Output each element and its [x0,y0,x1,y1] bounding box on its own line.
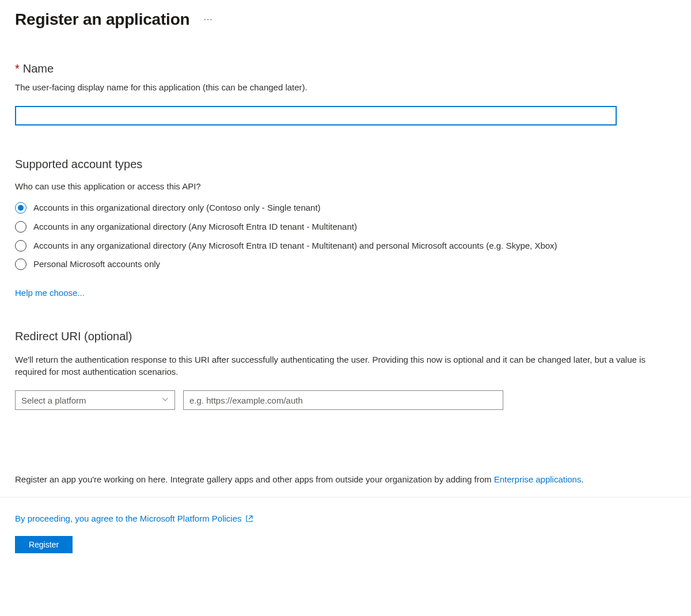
radio-dot [18,205,24,211]
enterprise-applications-link[interactable]: Enterprise applications [494,474,582,484]
divider [0,497,691,497]
platform-select-value: Select a platform [21,396,86,405]
consent-row: By proceeding, you agree to the Microsof… [15,514,676,523]
register-application-page: Register an application ··· *Name The us… [0,0,691,571]
account-types-radio-group: Accounts in this organizational director… [15,201,676,271]
platform-select[interactable]: Select a platform [15,390,175,410]
radio-icon [15,258,26,270]
more-icon[interactable]: ··· [203,14,212,25]
redirect-uri-input[interactable] [183,390,503,410]
redirect-input-row: Select a platform [15,390,676,410]
register-button[interactable]: Register [15,536,73,553]
footer-note: Register an app you're working on here. … [15,473,676,485]
redirect-heading: Redirect URI (optional) [15,330,676,343]
required-asterisk: * [15,62,20,75]
redirect-uri-section: Redirect URI (optional) We'll return the… [15,330,676,410]
page-title: Register an application [15,10,189,29]
platform-policies-link[interactable]: By proceeding, you agree to the Microsof… [15,514,242,523]
footer-note-prefix: Register an app you're working on here. … [15,474,494,484]
radio-option-multitenant[interactable]: Accounts in any organizational directory… [15,220,676,233]
name-input[interactable] [15,106,617,126]
footer-note-suffix: . [581,474,583,484]
name-label-text: Name [23,62,54,75]
account-types-section: Supported account types Who can use this… [15,158,676,298]
radio-icon [15,240,26,252]
radio-label: Personal Microsoft accounts only [33,258,160,271]
title-row: Register an application ··· [15,10,676,29]
account-types-heading: Supported account types [15,158,676,171]
account-types-question: Who can use this application or access t… [15,181,676,191]
radio-icon [15,221,26,233]
help-me-choose-link[interactable]: Help me choose... [15,288,85,298]
radio-label: Accounts in any organizational directory… [33,239,557,252]
radio-option-single-tenant[interactable]: Accounts in this organizational director… [15,201,676,214]
name-field-description: The user-facing display name for this ap… [15,81,676,93]
open-external-icon [245,515,253,523]
radio-icon [15,202,26,214]
radio-option-personal-only[interactable]: Personal Microsoft accounts only [15,258,676,271]
radio-option-multitenant-personal[interactable]: Accounts in any organizational directory… [15,239,676,252]
name-field-label: *Name [15,62,676,75]
radio-label: Accounts in any organizational directory… [33,220,357,233]
chevron-down-icon [162,396,169,405]
radio-label: Accounts in this organizational director… [33,201,321,214]
redirect-description: We'll return the authentication response… [15,353,660,378]
name-section: *Name The user-facing display name for t… [15,62,676,126]
